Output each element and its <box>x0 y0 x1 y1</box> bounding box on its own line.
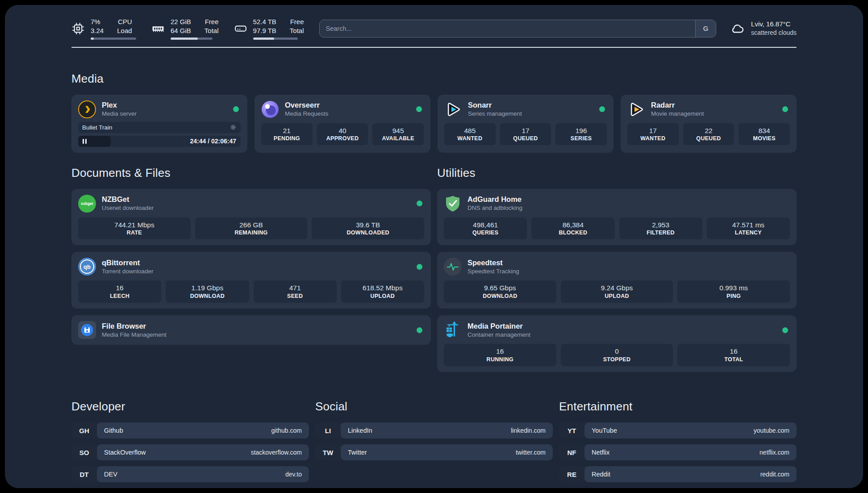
link-twitter[interactable]: TW Twitter twitter.com <box>315 444 553 460</box>
link-youtube[interactable]: YT YouTube youtube.com <box>559 422 797 439</box>
disk-stat: 52.4 TB 97.9 TB Free Total <box>234 17 304 40</box>
stat-download: 1.19 Gbps DOWNLOAD <box>166 280 249 303</box>
stat-filtered: 2,953 FILTERED <box>619 217 702 240</box>
app-card-overseerr[interactable]: Overseerr Media Requests 21 PENDING 40 A… <box>255 95 430 153</box>
link-abbr: RE <box>559 466 584 482</box>
link-linkedin[interactable]: LI LinkedIn linkedin.com <box>315 422 553 439</box>
weather-condition: scattered clouds <box>751 29 797 37</box>
link-reddit[interactable]: RE Reddit reddit.com <box>559 466 797 482</box>
status-dot <box>417 201 422 206</box>
ram-progress-bar <box>171 38 213 40</box>
link-url: dev.to <box>285 471 302 478</box>
stat-remaining: 266 GB REMAINING <box>195 217 308 240</box>
nzbget-icon: nzbget <box>78 195 96 213</box>
cpu-progress-bar <box>91 38 136 40</box>
link-dev[interactable]: DT DEV dev.to <box>71 466 309 482</box>
link-netflix[interactable]: NF Netflix netflix.com <box>559 444 797 460</box>
link-name: YouTube <box>592 427 617 434</box>
link-url: reddit.com <box>760 471 789 478</box>
app-card-nzbget[interactable]: nzbget NZBGet Usenet downloader 744.21 M… <box>71 189 431 246</box>
stat-wanted: 485 WANTED <box>444 123 496 146</box>
stat-upload: 9.24 Gbps UPLOAD <box>561 280 673 303</box>
link-abbr: LI <box>315 422 341 439</box>
app-card-adguard[interactable]: AdGuard Home DNS and adblocking 498,461 … <box>437 189 797 246</box>
speedtest-icon <box>444 258 462 276</box>
app-card-radarr[interactable]: Radarr Movie management 17 WANTED 22 QUE… <box>621 95 797 153</box>
app-name: qBittorrent <box>102 258 154 267</box>
app-name: Plex <box>102 100 137 110</box>
app-card-portainer[interactable]: Media Portainer Container management 16 … <box>437 315 797 372</box>
cpu-usage-label: CPU <box>117 17 132 26</box>
stat-queued: 17 QUEUED <box>500 123 551 146</box>
link-abbr: TW <box>315 444 341 460</box>
stat-rate: 744.21 Mbps RATE <box>78 217 191 240</box>
app-card-plex[interactable]: Plex Media server Bullet Train <box>71 95 247 153</box>
app-description: Usenet downloader <box>102 204 154 212</box>
cpu-icon <box>71 22 85 35</box>
stat-running: 16 RUNNING <box>444 344 556 366</box>
stat-downloaded: 39.6 TB DOWNLOADED <box>312 217 424 240</box>
app-description: Speedtest Tracking <box>467 267 519 276</box>
status-dot <box>782 327 788 333</box>
link-url: stackoverflow.com <box>251 449 302 456</box>
link-group-entertainment: Entertainment YT YouTube youtube.com NF … <box>559 400 797 488</box>
app-name: Radarr <box>651 100 704 110</box>
app-name: NZBGet <box>102 195 154 204</box>
cpu-load-label: Load <box>117 26 132 35</box>
app-name: Sonarr <box>468 100 522 110</box>
app-description: Series management <box>468 110 522 118</box>
disk-total-label: Total <box>290 26 304 35</box>
app-card-speedtest[interactable]: Speedtest Speedtest Tracking 9.65 Gbps D… <box>437 252 797 309</box>
stat-latency: 47.571 ms LATENCY <box>707 217 790 240</box>
adguard-icon <box>444 195 462 213</box>
app-card-sonarr[interactable]: Sonarr Series management 485 WANTED 17 Q… <box>438 95 613 153</box>
stat-ping: 0.993 ms PING <box>677 280 790 303</box>
link-abbr: SO <box>71 444 97 460</box>
link-name: StackOverflow <box>104 449 146 456</box>
dashboard-page: 7% 3.24 CPU Load <box>5 5 863 488</box>
now-playing-title: Bullet Train <box>82 124 113 131</box>
link-stackoverflow[interactable]: SO StackOverflow stackoverflow.com <box>71 444 309 460</box>
link-name: Github <box>104 427 123 434</box>
app-card-filebrowser[interactable]: File Browser Media File Management <box>71 315 431 345</box>
disk-total-value: 97.9 TB <box>253 26 276 35</box>
stat-queries: 498,461 QUERIES <box>444 217 527 240</box>
link-abbr: NF <box>559 444 584 460</box>
app-card-qbittorrent[interactable]: qb qBittorrent Torrent downloader <box>71 252 431 309</box>
status-dot <box>417 264 422 270</box>
status-dot <box>417 327 422 333</box>
search-input[interactable] <box>320 20 696 37</box>
link-name: DEV <box>104 471 117 478</box>
app-description: Container management <box>467 331 530 339</box>
link-url: youtube.com <box>754 427 789 434</box>
status-dot <box>233 106 239 112</box>
radarr-icon <box>627 100 645 118</box>
app-description: Media File Management <box>102 331 167 339</box>
cloud-icon <box>730 21 746 37</box>
stat-upload: 618.52 Mbps UPLOAD <box>341 280 424 303</box>
stat-pending: 21 PENDING <box>261 123 313 146</box>
link-github[interactable]: GH Github github.com <box>71 422 309 439</box>
stat-download: 9.65 Gbps DOWNLOAD <box>444 280 556 303</box>
portainer-icon <box>444 321 462 339</box>
sonarr-icon <box>444 100 462 118</box>
overseerr-icon <box>261 100 279 118</box>
status-dot <box>416 106 422 112</box>
ram-total-value: 64 GiB <box>171 26 191 35</box>
link-abbr: GH <box>71 422 97 439</box>
stat-seed: 471 SEED <box>254 280 337 303</box>
settings-icon <box>230 124 237 131</box>
weather-widget: Lviv, 16.87°C scattered clouds <box>730 20 797 37</box>
link-name: Twitter <box>348 449 367 456</box>
disk-free-label: Free <box>290 17 304 26</box>
app-name: Speedtest <box>467 258 519 267</box>
stat-leech: 16 LEECH <box>78 280 161 303</box>
stat-queued: 22 QUEUED <box>683 123 734 146</box>
section-title-utilities: Utilities <box>437 166 797 180</box>
ram-free-value: 22 GiB <box>171 17 191 26</box>
ram-total-label: Total <box>204 26 219 35</box>
search-engine-button[interactable]: G <box>695 20 716 37</box>
now-playing-row: Bullet Train <box>78 122 241 133</box>
link-name: Netflix <box>592 449 609 456</box>
playback-time: 24:44 / 02:06:47 <box>190 138 236 145</box>
